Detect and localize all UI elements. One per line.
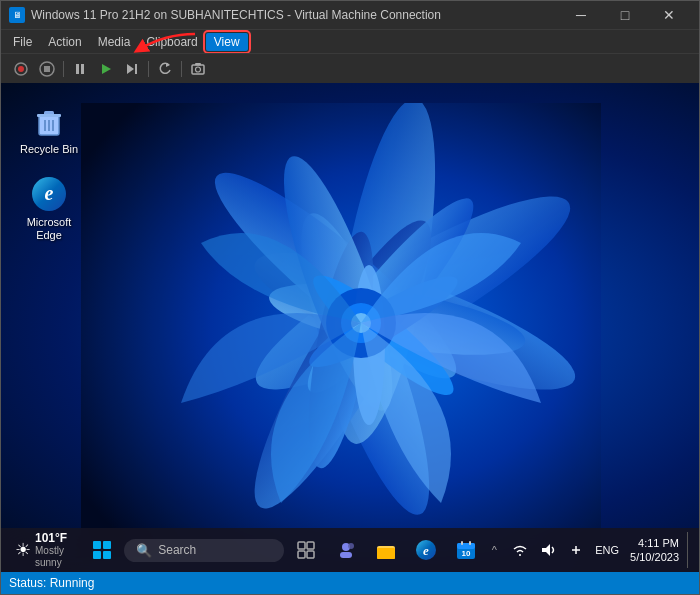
calendar-button[interactable]: 10 [448,532,484,568]
taskbar: ☀ 101°F Mostly sunny [1,528,699,572]
svg-rect-39 [93,541,101,549]
network-icon[interactable] [508,532,532,568]
teams-button[interactable] [328,532,364,568]
toolbar-btn-pause[interactable] [68,58,92,80]
language-indicator[interactable]: ENG [592,542,622,558]
svg-rect-33 [37,114,61,117]
svg-text:10: 10 [462,549,471,558]
show-desktop-button[interactable] [687,532,691,568]
weather-desc: Mostly sunny [35,545,78,569]
window-title: Windows 11 Pro 21H2 on SUBHANITECHTICS -… [31,8,441,22]
svg-marker-7 [102,64,111,74]
svg-rect-4 [44,66,50,72]
svg-marker-59 [542,544,550,556]
toolbar-separator-3 [181,61,182,77]
edge-icon: e [31,176,67,212]
svg-rect-48 [340,552,352,558]
toolbar-btn-revert[interactable] [153,58,177,80]
bloom-wallpaper [81,103,601,553]
clock-time: 4:11 PM [638,536,679,550]
svg-rect-11 [192,65,204,74]
menu-bar: File Action Media Clipboard View [1,29,699,53]
weather-icon: ☀ [15,539,31,561]
svg-rect-5 [76,64,79,74]
edge-taskbar-button[interactable]: e [408,532,444,568]
recycle-bin-label: Recycle Bin [20,143,78,156]
recycle-bin-icon [31,103,67,139]
svg-rect-6 [81,64,84,74]
power-icon[interactable] [564,532,588,568]
desktop-icons-container: Recycle Bin e [17,103,81,243]
svg-point-2 [18,66,24,72]
app-icon: 🖥 [9,7,25,23]
toolbar-btn-stop[interactable] [35,58,59,80]
weather-temp: 101°F [35,531,78,545]
maximize-button[interactable]: □ [603,1,647,29]
menu-view[interactable]: View [206,33,248,51]
desktop-icon-recycle-bin[interactable]: Recycle Bin [17,103,81,156]
title-bar: 🖥 Windows 11 Pro 21H2 on SUBHANITECHTICS… [1,1,699,29]
search-icon: 🔍 [136,543,152,558]
file-explorer-button[interactable] [368,532,404,568]
svg-point-49 [348,543,354,549]
toolbar [1,53,699,83]
svg-rect-45 [298,551,305,558]
window-controls: ─ □ ✕ [559,1,691,29]
svg-point-12 [196,67,201,72]
taskbar-left: ☀ 101°F Mostly sunny [9,529,84,571]
svg-rect-13 [195,63,201,66]
svg-text:e: e [45,182,54,204]
volume-icon[interactable] [536,532,560,568]
vm-desktop[interactable]: Recycle Bin e [1,83,699,572]
menu-media[interactable]: Media [90,33,139,51]
svg-text:e: e [423,543,429,558]
svg-rect-40 [103,541,111,549]
svg-rect-51 [377,548,395,559]
svg-rect-42 [103,551,111,559]
toolbar-btn-next[interactable] [120,58,144,80]
desktop-wallpaper [1,83,699,572]
svg-rect-44 [307,542,314,549]
clock[interactable]: 4:11 PM 5/10/2023 [626,534,683,567]
svg-rect-9 [135,64,137,74]
svg-rect-41 [93,551,101,559]
virtual-machine-window: 🖥 Windows 11 Pro 21H2 on SUBHANITECHTICS… [0,0,700,595]
minimize-button[interactable]: ─ [559,1,603,29]
svg-rect-43 [298,542,305,549]
task-view-button[interactable] [288,532,324,568]
start-button[interactable] [84,532,120,568]
menu-action[interactable]: Action [40,33,89,51]
title-bar-left: 🖥 Windows 11 Pro 21H2 on SUBHANITECHTICS… [9,7,441,23]
taskbar-center: 🔍 Search [84,532,484,568]
search-box[interactable]: 🔍 Search [124,539,284,562]
toolbar-btn-snapshot[interactable] [186,58,210,80]
status-bar: Status: Running [1,572,699,594]
desktop-icon-edge[interactable]: e Microsoft Edge [17,176,81,242]
svg-rect-57 [469,541,471,545]
edge-label: Microsoft Edge [17,216,81,242]
show-hidden-icons[interactable]: ^ [484,540,504,560]
clock-date: 5/10/2023 [630,550,679,564]
close-button[interactable]: ✕ [647,1,691,29]
toolbar-separator-1 [63,61,64,77]
menu-file[interactable]: File [5,33,40,51]
svg-marker-8 [127,64,134,74]
toolbar-btn-play[interactable] [94,58,118,80]
menu-clipboard[interactable]: Clipboard [138,33,205,51]
weather-text: 101°F Mostly sunny [35,531,78,569]
toolbar-btn-record[interactable] [9,58,33,80]
toolbar-separator-2 [148,61,149,77]
status-text: Status: Running [9,576,94,590]
svg-rect-56 [461,541,463,545]
search-label: Search [158,543,196,557]
weather-widget[interactable]: ☀ 101°F Mostly sunny [9,529,84,571]
svg-rect-46 [307,551,314,558]
taskbar-right: ^ ENG [484,532,691,568]
